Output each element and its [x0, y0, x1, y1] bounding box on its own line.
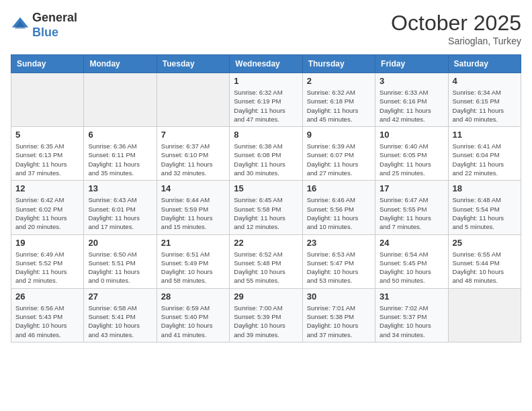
- day-info: Sunrise: 6:41 AM Sunset: 6:04 PM Dayligh…: [453, 142, 517, 177]
- day-number: 22: [234, 238, 298, 248]
- calendar-week-2: 5Sunrise: 6:35 AM Sunset: 6:13 PM Daylig…: [11, 127, 521, 181]
- day-number: 8: [234, 130, 298, 140]
- day-number: 11: [453, 130, 517, 140]
- calendar-cell: 22Sunrise: 6:52 AM Sunset: 5:48 PM Dayli…: [230, 234, 302, 288]
- header-saturday: Saturday: [448, 55, 521, 73]
- day-number: 21: [161, 238, 225, 248]
- day-info: Sunrise: 6:54 AM Sunset: 5:45 PM Dayligh…: [380, 250, 443, 285]
- day-info: Sunrise: 6:49 AM Sunset: 5:52 PM Dayligh…: [15, 250, 79, 285]
- calendar-cell: 16Sunrise: 6:46 AM Sunset: 5:56 PM Dayli…: [302, 181, 375, 234]
- day-info: Sunrise: 6:42 AM Sunset: 6:02 PM Dayligh…: [15, 195, 79, 231]
- day-info: Sunrise: 6:39 AM Sunset: 6:07 PM Dayligh…: [307, 142, 371, 177]
- day-info: Sunrise: 6:33 AM Sunset: 6:16 PM Dayligh…: [380, 88, 443, 124]
- calendar-cell: 30Sunrise: 7:01 AM Sunset: 5:38 PM Dayli…: [302, 288, 375, 342]
- day-info: Sunrise: 6:52 AM Sunset: 5:48 PM Dayligh…: [234, 250, 298, 285]
- header-monday: Monday: [84, 55, 157, 73]
- day-info: Sunrise: 6:34 AM Sunset: 6:15 PM Dayligh…: [453, 88, 517, 124]
- calendar-table: Sunday Monday Tuesday Wednesday Thursday…: [11, 54, 521, 342]
- day-info: Sunrise: 6:35 AM Sunset: 6:13 PM Dayligh…: [15, 142, 79, 177]
- day-number: 10: [380, 130, 443, 140]
- day-info: Sunrise: 6:40 AM Sunset: 6:05 PM Dayligh…: [380, 142, 443, 177]
- title-area: October 2025 Sarioglan, Turkey: [391, 11, 521, 46]
- calendar-cell: 9Sunrise: 6:39 AM Sunset: 6:07 PM Daylig…: [302, 127, 375, 181]
- day-number: 5: [15, 130, 79, 140]
- day-number: 29: [234, 291, 298, 302]
- day-info: Sunrise: 6:53 AM Sunset: 5:47 PM Dayligh…: [307, 250, 371, 285]
- header-sunday: Sunday: [11, 55, 84, 73]
- day-info: Sunrise: 6:43 AM Sunset: 6:01 PM Dayligh…: [88, 195, 152, 231]
- calendar-cell: 27Sunrise: 6:58 AM Sunset: 5:41 PM Dayli…: [84, 288, 157, 342]
- day-number: 16: [307, 183, 371, 193]
- logo: General Blue: [11, 11, 77, 40]
- day-info: Sunrise: 6:50 AM Sunset: 5:51 PM Dayligh…: [88, 250, 152, 285]
- day-number: 19: [15, 238, 79, 248]
- calendar-cell: 5Sunrise: 6:35 AM Sunset: 6:13 PM Daylig…: [11, 127, 84, 181]
- day-info: Sunrise: 6:32 AM Sunset: 6:19 PM Dayligh…: [234, 88, 298, 124]
- day-number: 24: [380, 238, 443, 248]
- day-number: 27: [88, 291, 152, 302]
- day-number: 12: [15, 183, 79, 193]
- calendar-cell: 2Sunrise: 6:32 AM Sunset: 6:18 PM Daylig…: [302, 73, 375, 127]
- calendar-cell: 7Sunrise: 6:37 AM Sunset: 6:10 PM Daylig…: [157, 127, 229, 181]
- calendar-cell: 3Sunrise: 6:33 AM Sunset: 6:16 PM Daylig…: [375, 73, 448, 127]
- day-number: 17: [380, 183, 443, 193]
- calendar-cell: 31Sunrise: 7:02 AM Sunset: 5:37 PM Dayli…: [375, 288, 448, 342]
- calendar-cell: 29Sunrise: 7:00 AM Sunset: 5:39 PM Dayli…: [230, 288, 302, 342]
- day-info: Sunrise: 7:01 AM Sunset: 5:38 PM Dayligh…: [307, 304, 371, 339]
- day-number: 15: [234, 183, 298, 193]
- calendar-cell: 25Sunrise: 6:55 AM Sunset: 5:44 PM Dayli…: [448, 234, 521, 288]
- day-info: Sunrise: 6:48 AM Sunset: 5:54 PM Dayligh…: [453, 195, 517, 231]
- calendar-cell: 24Sunrise: 6:54 AM Sunset: 5:45 PM Dayli…: [375, 234, 448, 288]
- page-header: General Blue October 2025 Sarioglan, Tur…: [11, 11, 521, 46]
- header-wednesday: Wednesday: [230, 55, 302, 73]
- day-info: Sunrise: 7:02 AM Sunset: 5:37 PM Dayligh…: [380, 304, 443, 339]
- calendar-week-1: 1Sunrise: 6:32 AM Sunset: 6:19 PM Daylig…: [11, 73, 521, 127]
- calendar-cell: 12Sunrise: 6:42 AM Sunset: 6:02 PM Dayli…: [11, 181, 84, 234]
- calendar-cell: [11, 73, 84, 127]
- header-friday: Friday: [375, 55, 448, 73]
- day-info: Sunrise: 6:32 AM Sunset: 6:18 PM Dayligh…: [307, 88, 371, 124]
- logo-icon: [11, 16, 30, 35]
- day-info: Sunrise: 6:46 AM Sunset: 5:56 PM Dayligh…: [307, 195, 371, 231]
- calendar-week-4: 19Sunrise: 6:49 AM Sunset: 5:52 PM Dayli…: [11, 234, 521, 288]
- calendar-cell: 8Sunrise: 6:38 AM Sunset: 6:08 PM Daylig…: [230, 127, 302, 181]
- day-number: 30: [307, 291, 371, 302]
- day-number: 3: [380, 76, 443, 86]
- calendar-cell: [448, 288, 521, 342]
- day-number: 2: [307, 76, 371, 86]
- location-subtitle: Sarioglan, Turkey: [391, 36, 521, 46]
- day-number: 1: [234, 76, 298, 86]
- calendar-cell: 6Sunrise: 6:36 AM Sunset: 6:11 PM Daylig…: [84, 127, 157, 181]
- day-number: 7: [161, 130, 225, 140]
- day-number: 23: [307, 238, 371, 248]
- day-info: Sunrise: 6:56 AM Sunset: 5:43 PM Dayligh…: [15, 304, 79, 339]
- calendar-cell: 26Sunrise: 6:56 AM Sunset: 5:43 PM Dayli…: [11, 288, 84, 342]
- calendar-cell: 11Sunrise: 6:41 AM Sunset: 6:04 PM Dayli…: [448, 127, 521, 181]
- day-number: 28: [161, 291, 225, 302]
- calendar-cell: 19Sunrise: 6:49 AM Sunset: 5:52 PM Dayli…: [11, 234, 84, 288]
- day-number: 13: [88, 183, 152, 193]
- calendar-cell: 18Sunrise: 6:48 AM Sunset: 5:54 PM Dayli…: [448, 181, 521, 234]
- calendar-cell: 14Sunrise: 6:44 AM Sunset: 5:59 PM Dayli…: [157, 181, 229, 234]
- calendar-cell: 17Sunrise: 6:47 AM Sunset: 5:55 PM Dayli…: [375, 181, 448, 234]
- calendar-cell: [84, 73, 157, 127]
- calendar-cell: 1Sunrise: 6:32 AM Sunset: 6:19 PM Daylig…: [230, 73, 302, 127]
- day-info: Sunrise: 6:55 AM Sunset: 5:44 PM Dayligh…: [453, 250, 517, 285]
- day-number: 31: [380, 291, 443, 302]
- calendar-cell: 4Sunrise: 6:34 AM Sunset: 6:15 PM Daylig…: [448, 73, 521, 127]
- calendar-cell: 20Sunrise: 6:50 AM Sunset: 5:51 PM Dayli…: [84, 234, 157, 288]
- day-info: Sunrise: 6:59 AM Sunset: 5:40 PM Dayligh…: [161, 304, 225, 339]
- day-info: Sunrise: 6:37 AM Sunset: 6:10 PM Dayligh…: [161, 142, 225, 177]
- day-number: 25: [453, 238, 517, 248]
- calendar-header: Sunday Monday Tuesday Wednesday Thursday…: [11, 55, 521, 73]
- calendar-cell: 23Sunrise: 6:53 AM Sunset: 5:47 PM Dayli…: [302, 234, 375, 288]
- day-info: Sunrise: 6:36 AM Sunset: 6:11 PM Dayligh…: [88, 142, 152, 177]
- calendar-week-5: 26Sunrise: 6:56 AM Sunset: 5:43 PM Dayli…: [11, 288, 521, 342]
- day-number: 9: [307, 130, 371, 140]
- day-info: Sunrise: 6:58 AM Sunset: 5:41 PM Dayligh…: [88, 304, 152, 339]
- day-number: 4: [453, 76, 517, 86]
- calendar-week-3: 12Sunrise: 6:42 AM Sunset: 6:02 PM Dayli…: [11, 181, 521, 234]
- day-info: Sunrise: 6:44 AM Sunset: 5:59 PM Dayligh…: [161, 195, 225, 231]
- calendar-body: 1Sunrise: 6:32 AM Sunset: 6:19 PM Daylig…: [11, 73, 521, 342]
- calendar-cell: 21Sunrise: 6:51 AM Sunset: 5:49 PM Dayli…: [157, 234, 229, 288]
